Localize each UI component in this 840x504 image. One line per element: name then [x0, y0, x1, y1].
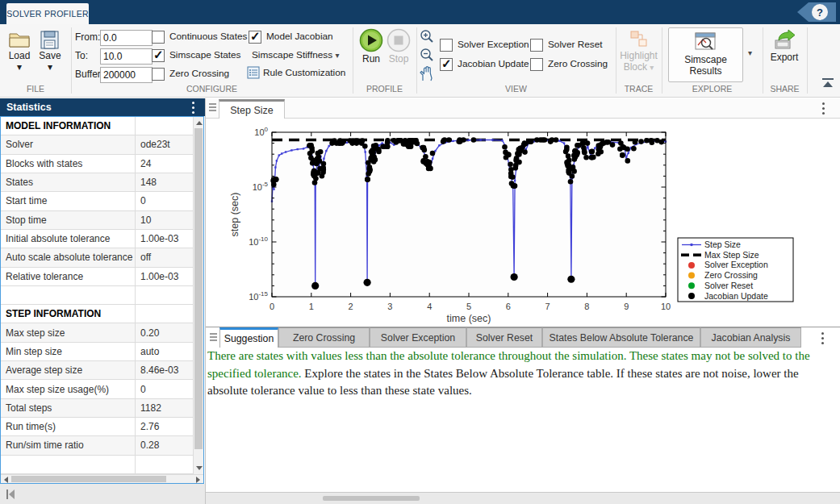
export-button[interactable]: Export [763, 27, 805, 63]
table-row[interactable]: Initial absolute tolerance1.00e-03 [1, 230, 194, 248]
scroll-down-icon[interactable] [196, 466, 203, 470]
table-row[interactable]: MODEL INFORMATION [1, 117, 194, 135]
table-row[interactable]: STEP INFORMATION [1, 305, 194, 323]
from-label: From: [75, 31, 100, 44]
kebab-menu-icon[interactable] [822, 102, 825, 105]
svg-text:Jacobian Update: Jacobian Update [704, 291, 768, 301]
table-row[interactable]: Relative tolerance1.00e-03 [1, 268, 194, 286]
row-label: Average step size [1, 361, 136, 379]
rule-customization-button[interactable]: Rule Customization [247, 66, 345, 79]
run-button[interactable]: Run [356, 27, 387, 65]
to-input[interactable] [100, 48, 153, 65]
collapse-panel-icon[interactable] [5, 489, 16, 500]
tab-zero-crossing[interactable]: Zero Crossing [278, 327, 370, 348]
export-label: Export [763, 52, 805, 63]
tab-suggestion[interactable]: Suggestion [219, 327, 278, 348]
scroll-left-icon[interactable] [4, 477, 8, 483]
grip-icon[interactable] [210, 333, 217, 335]
statistics-panel: MODEL INFORMATIONSolverode23tBlocks with… [0, 116, 204, 484]
row-label: STEP INFORMATION [1, 305, 136, 323]
checkbox-zero-crossing-view[interactable]: Zero Crossing [530, 58, 608, 71]
tab-solver-reset[interactable]: Solver Reset [466, 327, 542, 348]
table-row[interactable] [1, 286, 194, 305]
scrollbar-thumb[interactable] [11, 476, 166, 482]
tab-jacobian-analysis[interactable]: Jacobian Analysis [700, 327, 801, 348]
zoom-in-icon[interactable] [420, 29, 434, 44]
simscape-results-label-1: Simscape [669, 54, 742, 65]
chevron-down-icon: ▾ [5, 61, 34, 73]
checkbox-zero-crossing-configure[interactable]: Zero Crossing [152, 68, 229, 81]
row-value: 1182 [136, 399, 194, 417]
collapse-ribbon-icon[interactable] [820, 77, 836, 89]
checkbox-solver-exception[interactable]: Solver Exception [440, 39, 529, 52]
svg-text:Solver Exception: Solver Exception [704, 260, 768, 269]
row-value: 2.76 [136, 418, 194, 435]
table-row[interactable]: Max step size usage(%)0 [1, 380, 194, 398]
buffer-input[interactable] [100, 67, 153, 83]
horizontal-scrollbar[interactable] [1, 474, 203, 483]
pan-hand-icon[interactable] [418, 66, 434, 82]
tab-step-size[interactable]: Step Size [219, 99, 285, 119]
row-label: Blocks with states [1, 155, 136, 173]
step-size-chart[interactable]: 01234567891010010-510-1010-15time (sec)s… [206, 119, 840, 327]
row-value [136, 286, 194, 304]
simscape-stiffness-dropdown[interactable]: Simscape Stiffness ▾ [252, 49, 339, 60]
load-button[interactable]: Load ▾ [5, 27, 34, 73]
table-row[interactable]: Max step size0.20 [1, 323, 194, 342]
help-icon[interactable]: ? [812, 4, 828, 20]
svg-text:3: 3 [387, 302, 392, 311]
row-label: Total steps [1, 399, 136, 417]
tab-states-below-absolute-tolerance[interactable]: States Below Absolute Tolerance [542, 327, 700, 348]
row-value: 0.28 [136, 436, 194, 454]
scroll-up-icon[interactable] [196, 121, 203, 125]
row-value: off [136, 248, 194, 266]
vertical-scrollbar[interactable] [193, 117, 203, 474]
table-row[interactable]: Run time(s)2.76 [1, 418, 194, 436]
load-label: Load [5, 50, 34, 61]
checkbox-model-jacobian[interactable]: Model Jacobian [249, 31, 333, 44]
kebab-menu-icon[interactable] [192, 102, 194, 104]
tab-solver-profiler[interactable]: SOLVER PROFILER [6, 3, 89, 24]
from-input[interactable] [100, 30, 153, 46]
simscape-results-dropdown[interactable]: ▾ [748, 48, 752, 57]
row-value: auto [136, 343, 194, 360]
table-row[interactable]: Min step sizeauto [1, 343, 194, 361]
section-file: FILE [0, 84, 71, 95]
zoom-out-icon[interactable] [420, 48, 434, 62]
table-row[interactable]: Run/sim time ratio0.28 [1, 436, 194, 455]
table-row[interactable]: Start time0 [1, 192, 194, 210]
table-row[interactable]: Total steps1182 [1, 399, 194, 418]
row-label: States [1, 173, 136, 191]
table-row[interactable]: Average step size8.46e-03 [1, 361, 194, 380]
table-row[interactable]: States148 [1, 173, 194, 192]
table-row[interactable]: Blocks with states24 [1, 155, 194, 173]
chevron-down-icon: ▾ [335, 51, 339, 60]
kebab-menu-icon[interactable] [821, 332, 824, 335]
checkbox-label: Zero Crossing [548, 58, 608, 70]
scroll-right-icon[interactable] [196, 477, 200, 483]
checkbox-continuous-states[interactable]: Continuous States [152, 31, 247, 44]
tab-solver-exception[interactable]: Solver Exception [370, 327, 466, 348]
checkbox-jacobian-update[interactable]: Jacobian Update [440, 58, 529, 71]
svg-text:Step Size: Step Size [704, 240, 741, 249]
checkbox-label: Simscape States [169, 49, 241, 61]
table-row[interactable]: Auto scale absolute toleranceoff [1, 248, 194, 267]
checkbox-solver-reset[interactable]: Solver Reset [530, 39, 603, 52]
statistics-panel-header: Statistics [0, 98, 205, 116]
table-row[interactable] [1, 456, 194, 474]
checkbox-box [152, 31, 165, 44]
table-row[interactable]: Stop time10 [1, 211, 194, 230]
save-button[interactable]: Save ▾ [36, 27, 65, 73]
checkbox-box [440, 58, 453, 71]
row-label [1, 456, 136, 473]
splitter-handle[interactable] [323, 496, 420, 501]
bottom-tabbar: SuggestionZero CrossingSolver ExceptionS… [206, 327, 840, 347]
checkbox-simscape-states[interactable]: Simscape States [152, 49, 241, 62]
simscape-results-button[interactable]: Simscape Results [668, 27, 743, 82]
checkbox-box [249, 31, 261, 44]
rule-list-icon [247, 66, 260, 79]
table-row[interactable]: Solverode23t [1, 135, 194, 154]
scrollbar-thumb[interactable] [194, 128, 203, 449]
grip-icon[interactable] [209, 103, 216, 105]
suggestion-text: There are states with values less than t… [207, 348, 840, 400]
